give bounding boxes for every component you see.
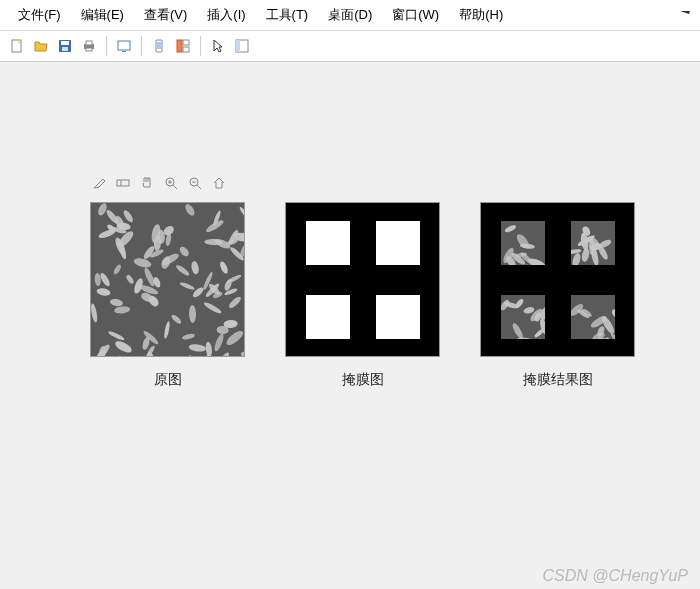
data-cursor-icon[interactable]: [115, 175, 133, 193]
toolbar-separator: [106, 36, 107, 56]
svg-rect-10: [157, 42, 161, 49]
svg-line-19: [173, 185, 177, 189]
figure-canvas: 原图 掩膜图 掩膜结果图: [0, 62, 700, 589]
print-icon[interactable]: [78, 35, 100, 57]
overflow-icon[interactable]: [678, 7, 692, 24]
svg-rect-6: [86, 48, 92, 51]
svg-rect-15: [236, 40, 240, 52]
new-file-icon[interactable]: [6, 35, 28, 57]
open-icon[interactable]: [30, 35, 52, 57]
svg-rect-7: [118, 41, 130, 50]
svg-rect-11: [177, 40, 182, 52]
menu-desktop[interactable]: 桌面(D): [318, 4, 382, 26]
figure-3-label: 掩膜结果图: [523, 371, 593, 389]
svg-rect-12: [183, 40, 189, 45]
panel-icon[interactable]: [231, 35, 253, 57]
svg-line-23: [197, 185, 201, 189]
menu-file[interactable]: 文件(F): [8, 4, 71, 26]
figure-3-image[interactable]: [480, 202, 635, 357]
menu-window[interactable]: 窗口(W): [382, 4, 449, 26]
svg-rect-16: [117, 180, 129, 186]
menu-insert[interactable]: 插入(I): [197, 4, 255, 26]
figure-2-image[interactable]: [285, 202, 440, 357]
svg-rect-13: [183, 47, 189, 52]
menu-tools[interactable]: 工具(T): [256, 4, 319, 26]
toolbar: [0, 31, 700, 62]
menu-edit[interactable]: 编辑(E): [71, 4, 134, 26]
zoom-out-icon[interactable]: [187, 175, 205, 193]
brush-icon[interactable]: [91, 175, 109, 193]
figure-toolbar: [91, 175, 229, 193]
toolbar-separator: [141, 36, 142, 56]
svg-rect-8: [122, 51, 126, 52]
toolbar-separator: [200, 36, 201, 56]
home-icon[interactable]: [211, 175, 229, 193]
menu-view[interactable]: 查看(V): [134, 4, 197, 26]
figure-1: 原图: [90, 202, 245, 389]
cursor-icon[interactable]: [207, 35, 229, 57]
figure-3: 掩膜结果图: [480, 202, 635, 389]
phone-icon[interactable]: [148, 35, 170, 57]
save-icon[interactable]: [54, 35, 76, 57]
figure-1-label: 原图: [154, 371, 182, 389]
figure-1-image[interactable]: [90, 202, 245, 357]
watermark: CSDN @CHengYuP: [543, 567, 688, 585]
svg-rect-5: [86, 41, 92, 45]
svg-rect-2: [61, 41, 69, 45]
pan-icon[interactable]: [139, 175, 157, 193]
screen-icon[interactable]: [113, 35, 135, 57]
figure-2: 掩膜图: [285, 202, 440, 389]
svg-rect-3: [62, 47, 68, 51]
menu-help[interactable]: 帮助(H): [449, 4, 513, 26]
menubar: 文件(F) 编辑(E) 查看(V) 插入(I) 工具(T) 桌面(D) 窗口(W…: [0, 0, 700, 31]
figure-2-label: 掩膜图: [342, 371, 384, 389]
layout-icon[interactable]: [172, 35, 194, 57]
zoom-in-icon[interactable]: [163, 175, 181, 193]
